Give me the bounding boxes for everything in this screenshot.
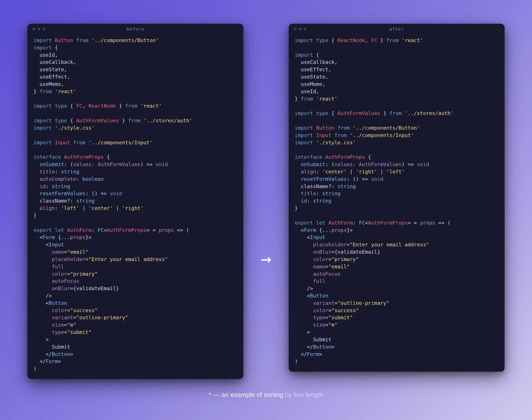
code-line: variant="outline-primary" [33, 314, 237, 321]
code-line: </Form> [295, 351, 499, 358]
code-line: variant="outline-primary" [295, 300, 499, 307]
code-line: > [33, 336, 237, 344]
code-line: type="submit" [295, 314, 499, 321]
code-line: useMemo, [295, 81, 499, 88]
code-line [33, 95, 237, 103]
code-line: name="email" [33, 249, 237, 256]
code-line [33, 146, 237, 154]
code-line: name="email" [295, 263, 499, 270]
code-line: ) [33, 365, 237, 373]
code-line: } from 'react' [295, 95, 499, 103]
code-line: Submit [295, 336, 499, 344]
code-line [295, 117, 499, 124]
code-line: interface AuthFormProps { [295, 154, 499, 161]
code-line: resetFormValues: () => void [295, 176, 499, 183]
code-line [33, 219, 237, 227]
code-line: color="primary" [295, 256, 499, 263]
code-line [295, 212, 499, 219]
before-panel-header: before [27, 24, 243, 33]
code-line: /> [295, 285, 499, 292]
code-line: onSubmit: (values: AuthFormValues) => vo… [33, 161, 237, 168]
code-line: useState, [295, 73, 499, 81]
code-line: autoFocus [33, 278, 237, 285]
code-line: </Button> [295, 344, 499, 351]
code-line: onBlur={validateEmail} [295, 249, 499, 256]
code-line: autoComplete: boolean [33, 176, 237, 183]
after-title: after [289, 26, 505, 32]
caption: * — an example of sorting by line length [0, 391, 532, 398]
code-line: ) [295, 358, 499, 365]
code-line: useId, [33, 52, 237, 59]
code-line: onSubmit: (values: AuthFormValues) => vo… [295, 161, 499, 168]
after-panel-header: after [289, 24, 505, 33]
code-line: align: 'left' | 'center' | 'right' [33, 205, 237, 212]
code-line: <Form {...props}> [295, 227, 499, 234]
code-line: color="success" [295, 307, 499, 314]
code-line: color="success" [33, 307, 237, 314]
code-line: } [33, 212, 237, 219]
after-code: import type { ReactNode, FC } from 'reac… [289, 33, 505, 372]
code-line: useId, [295, 88, 499, 95]
code-line: useCallback, [295, 59, 499, 66]
code-line: useEffect, [295, 66, 499, 73]
code-line: } [295, 205, 499, 212]
code-line: useMemo, [33, 81, 237, 88]
caption-main: * — an example of sorting [209, 391, 283, 398]
code-line: </Button> [33, 351, 237, 358]
code-line: type="submit" [33, 329, 237, 336]
code-line: import './style.css' [295, 139, 499, 147]
comparison-stage: before import Button from '../components… [0, 0, 532, 420]
code-line: </Form> [33, 358, 237, 365]
code-line: import Button from '../components/Button… [33, 37, 237, 44]
code-line: useState, [33, 66, 237, 73]
arrow-icon: → [261, 250, 272, 268]
code-line: size="m" [295, 321, 499, 329]
code-line: full [33, 263, 237, 270]
code-line [295, 103, 499, 110]
code-line: import type { AuthFormValues } from '../… [33, 117, 237, 124]
code-line: useCallback, [33, 59, 237, 66]
code-line: <Input [295, 234, 499, 241]
code-line: onBlur={validateEmail} [33, 285, 237, 292]
code-line: } from 'react' [33, 88, 237, 95]
code-line: import './style.css' [33, 124, 237, 132]
code-line: interface AuthFormProps { [33, 154, 237, 161]
code-line: import { [295, 52, 499, 59]
code-line: color="primary" [33, 270, 237, 278]
code-line: export let AuthForm: FC<AuthFormProps> =… [33, 227, 237, 234]
code-line: export let AuthForm: FC<AuthFormProps> =… [295, 219, 499, 227]
code-line [295, 146, 499, 154]
code-line: import { [33, 44, 237, 52]
after-panel: after import type { ReactNode, FC } from… [289, 24, 505, 372]
code-line: <Form {...props}> [33, 234, 237, 241]
code-line: <Input [33, 241, 237, 249]
before-code: import Button from '../components/Button… [27, 33, 243, 379]
code-line: className?: string [295, 183, 499, 190]
code-line: title: string [295, 190, 499, 197]
code-line: import type { ReactNode, FC } from 'reac… [295, 37, 499, 44]
code-line: > [295, 329, 499, 336]
before-panel: before import Button from '../components… [27, 24, 243, 379]
arrow-wrap: → [256, 250, 276, 268]
code-line: size="m" [33, 321, 237, 329]
caption-dim: by line length [283, 391, 323, 398]
code-line: id: string [33, 183, 237, 190]
code-line: import Input from '../components/Input' [295, 132, 499, 139]
code-line: placeholder="Enter your email address" [33, 256, 237, 263]
code-line: id: string [295, 197, 499, 205]
code-line: /> [33, 292, 237, 300]
code-line: title: string [33, 168, 237, 176]
code-line: import type { FC, ReactNode } from 'reac… [33, 103, 237, 110]
before-title: before [27, 26, 243, 32]
code-line: className?: string [33, 197, 237, 205]
code-line: placeholder="Enter your email address" [295, 241, 499, 249]
code-line: useEffect, [33, 73, 237, 81]
code-line: import Button from '../components/Button… [295, 124, 499, 132]
code-line: autoFocus [295, 270, 499, 278]
code-line: resetFormValues: () => void [33, 190, 237, 197]
code-line [295, 44, 499, 52]
code-line: <Button [295, 292, 499, 300]
code-line [33, 110, 237, 117]
code-line: <Button [33, 300, 237, 307]
code-line: full [295, 278, 499, 285]
